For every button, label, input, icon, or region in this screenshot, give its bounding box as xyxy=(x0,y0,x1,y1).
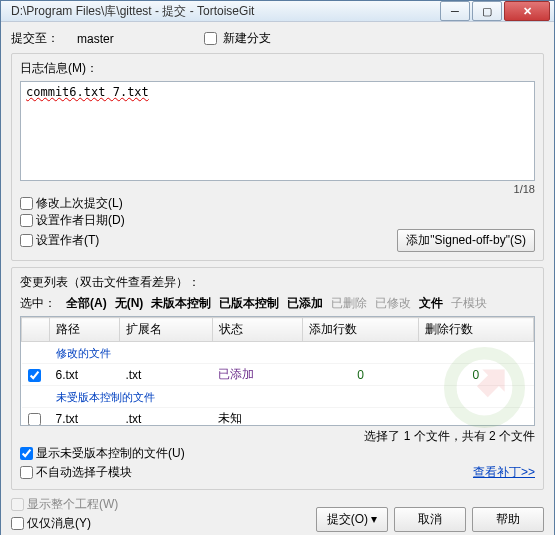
set-date-option[interactable]: 设置作者日期(D) xyxy=(20,213,125,227)
log-message-group: 日志信息(M)： commit6.txt 7.txt 1/18 修改上次提交(L… xyxy=(11,53,544,261)
set-date-checkbox[interactable] xyxy=(20,214,33,227)
filter-bar: 选中： 全部(A) 无(N) 未版本控制 已版本控制 已添加 已删除 已修改 文… xyxy=(20,295,535,312)
filter-none[interactable]: 无(N) xyxy=(115,295,144,312)
no-auto-submodule-checkbox[interactable] xyxy=(20,466,33,479)
change-list-group: 变更列表（双击文件查看差异）： 选中： 全部(A) 无(N) 未版本控制 已版本… xyxy=(11,267,544,490)
table-row[interactable]: 7.txt .txt 未知 xyxy=(22,408,534,427)
col-path[interactable]: 路径 xyxy=(50,318,120,342)
select-label: 选中： xyxy=(20,295,56,312)
new-branch-option[interactable]: 新建分支 xyxy=(204,30,271,47)
new-branch-label: 新建分支 xyxy=(223,31,271,45)
col-add[interactable]: 添加行数 xyxy=(303,318,418,342)
log-message-legend: 日志信息(M)： xyxy=(20,60,535,77)
message-only-option[interactable]: 仅仅消息(Y) xyxy=(11,515,118,532)
no-auto-submodule-option[interactable]: 不自动选择子模块 xyxy=(20,464,185,481)
file-list[interactable]: 路径 扩展名 状态 添加行数 删除行数 修改的文件 6.txt .txt xyxy=(20,316,535,426)
dropdown-icon: ▾ xyxy=(371,512,377,526)
selection-info: 选择了 1 个文件，共有 2 个文件 xyxy=(20,428,535,445)
dialog-body: 提交至： master 新建分支 日志信息(M)： commit6.txt 7.… xyxy=(1,22,554,535)
col-status[interactable]: 状态 xyxy=(212,318,303,342)
show-unversioned-checkbox[interactable] xyxy=(20,447,33,460)
dialog-buttons: 提交(O) ▾ 取消 帮助 xyxy=(316,501,544,532)
commit-button[interactable]: 提交(O) ▾ xyxy=(316,507,388,532)
table-row[interactable]: 6.txt .txt 已添加 0 0 xyxy=(22,364,534,386)
branch-name: master xyxy=(77,32,114,46)
commit-message-input[interactable]: commit6.txt 7.txt xyxy=(20,81,535,181)
filter-modified[interactable]: 已修改 xyxy=(375,295,411,312)
set-author-checkbox[interactable] xyxy=(20,234,33,247)
amend-option[interactable]: 修改上次提交(L) xyxy=(20,196,123,210)
set-author-option[interactable]: 设置作者(T) xyxy=(20,232,99,249)
group-modified: 修改的文件 xyxy=(22,342,534,364)
whole-project-checkbox xyxy=(11,498,24,511)
row-checkbox[interactable] xyxy=(28,369,41,382)
close-button[interactable]: ✕ xyxy=(504,1,550,21)
filter-unversioned[interactable]: 未版本控制 xyxy=(151,295,211,312)
char-counter: 1/18 xyxy=(20,183,535,195)
file-table: 路径 扩展名 状态 添加行数 删除行数 修改的文件 6.txt .txt xyxy=(21,317,534,426)
help-button[interactable]: 帮助 xyxy=(472,507,544,532)
commit-dialog-window: D:\Program Files\库\gittest - 提交 - Tortoi… xyxy=(0,0,555,535)
cancel-button[interactable]: 取消 xyxy=(394,507,466,532)
commit-to-label: 提交至： xyxy=(11,30,59,47)
filter-all[interactable]: 全部(A) xyxy=(66,295,107,312)
minimize-button[interactable]: ─ xyxy=(440,1,470,21)
message-only-checkbox[interactable] xyxy=(11,517,24,530)
filter-files[interactable]: 文件 xyxy=(419,295,443,312)
row-checkbox[interactable] xyxy=(28,413,41,426)
group-unversioned: 未受版本控制的文件 xyxy=(22,386,534,408)
filter-versioned[interactable]: 已版本控制 xyxy=(219,295,279,312)
col-ext[interactable]: 扩展名 xyxy=(119,318,212,342)
change-list-legend: 变更列表（双击文件查看差异）： xyxy=(20,274,535,291)
show-unversioned-option[interactable]: 显示未受版本控制的文件(U) xyxy=(20,445,185,462)
new-branch-checkbox[interactable] xyxy=(204,32,217,45)
signed-off-button[interactable]: 添加"Signed-off-by"(S) xyxy=(397,229,535,252)
filter-deleted[interactable]: 已删除 xyxy=(331,295,367,312)
whole-project-option: 显示整个工程(W) xyxy=(11,496,118,513)
view-patch-link[interactable]: 查看补丁>> xyxy=(473,464,535,481)
commit-to-row: 提交至： master 新建分支 xyxy=(11,30,544,47)
maximize-button[interactable]: ▢ xyxy=(472,1,502,21)
col-del[interactable]: 删除行数 xyxy=(418,318,533,342)
amend-checkbox[interactable] xyxy=(20,197,33,210)
filter-added[interactable]: 已添加 xyxy=(287,295,323,312)
window-title: D:\Program Files\库\gittest - 提交 - Tortoi… xyxy=(11,3,438,20)
filter-submodules[interactable]: 子模块 xyxy=(451,295,487,312)
titlebar[interactable]: D:\Program Files\库\gittest - 提交 - Tortoi… xyxy=(1,1,554,22)
